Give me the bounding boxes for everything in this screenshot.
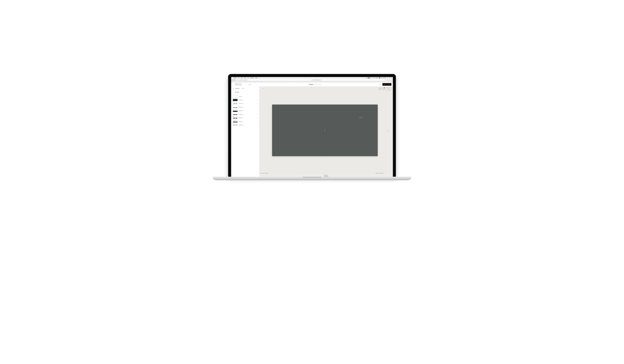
menubar-file[interactable]: File [237,77,240,78]
url-text: edit.artifactuprising.com [313,79,321,80]
page-thumb [233,120,238,123]
warning-count-badge: 1 [384,87,385,88]
plus-icon: + [233,88,234,89]
wifi-icon[interactable] [371,77,373,78]
spotlight-icon[interactable]: 🔍 [387,77,389,78]
battery-icon[interactable] [378,78,381,78]
cursor-pointer-icon [243,88,243,89]
new-tab-button[interactable]: ＋ [391,81,392,82]
page-thumb [233,102,238,105]
window-zoom-icon[interactable] [234,79,235,80]
laptop-base [213,177,411,180]
back-label: BACK [249,84,251,85]
siri-icon[interactable] [389,78,390,78]
menubar-window[interactable]: Window [250,77,255,78]
sidebar-mypages-label: My Pages [235,92,239,93]
notification-center-icon[interactable]: ☰ [390,77,392,78]
reload-icon[interactable]: ⟳ [385,79,385,80]
drag-handle-icon[interactable]: ☰ [257,124,258,126]
browser-toolbar: ‹ › ☰ ◐ 🔒 edit.artifactuprising.com ⟳ ⊕ … [231,79,393,81]
page-thumb [233,95,238,98]
sidebar-toggle-button[interactable]: ☰ [240,79,242,81]
page-label: SPREAD 1 [239,100,256,100]
page-thumb [233,124,238,126]
browser-tabstrip: ⊞ ＋ [231,81,393,82]
front-cover-label: FRONT COVER [376,173,383,174]
save-status: Saved • 1 minute ago [315,84,321,85]
display-icon[interactable]: 🖥 [373,77,375,78]
flag-icon[interactable]: 🇺🇸 [369,77,371,78]
nav-forward-button[interactable]: › [238,79,240,81]
nav-back-button[interactable]: ‹ [236,79,238,81]
page-item-spread-2[interactable]: SPREAD 2 ☰ [231,102,259,105]
menubar-edit[interactable]: Edit [240,77,243,78]
back-button[interactable]: ← BACK [247,84,251,85]
menubar-view[interactable]: View [243,77,247,78]
drag-handle-icon[interactable]: ☰ [257,110,258,111]
url-bar[interactable]: 🔒 edit.artifactuprising.com ⟳ [247,79,386,81]
drag-handle-icon[interactable]: ☰ [257,121,258,122]
drag-handle-icon[interactable]: ☰ [257,117,258,118]
page-thumb [233,117,238,119]
tab-grid-icon[interactable]: ⊞ [232,81,232,82]
page-item-spread-1[interactable]: SPREAD 1 ☰ [231,98,259,102]
sidebar-panel: + Customize − My Pages COVER [231,86,259,177]
dropbox-icon[interactable]: ⇪ [365,77,366,78]
page-item-spread-7[interactable]: SPREAD 7 ☰ [231,120,259,123]
window-close-icon[interactable] [232,79,233,80]
page-item-spread-8[interactable]: SPREAD 8 ☰ [231,123,259,127]
page-label: COVER [239,96,258,97]
next-page-button[interactable]: › [387,128,388,133]
more-menu-button[interactable]: • • • [379,84,381,85]
brand-line-1: ARTIFACT [235,83,242,84]
page-label: SPREAD 6 [239,117,256,118]
macos-menubar: Finder File Edit View Go Window Help ⇪ ▦… [231,77,393,79]
app-header: ARTIFACT UPRISING ← BACK Oregon Saved • … [231,82,393,86]
drag-handle-icon[interactable]: ☰ [257,114,258,115]
images-panel-tab[interactable]: IMAGES [259,174,393,177]
page-label: SPREAD 3 [239,107,256,107]
page-item-spread-3[interactable]: SPREAD 3 ☰ [231,105,259,109]
page-label: SPREAD 7 [239,121,256,122]
project-title[interactable]: Oregon [309,83,313,85]
add-to-cart-button[interactable]: ADD TO CART [382,83,391,86]
clock[interactable]: Fri 2:18 PM [381,77,387,78]
page-thumb [233,99,238,101]
page-item-spread-4[interactable]: SPREAD 4 ☰ [231,109,259,113]
window-minimize-icon[interactable] [233,79,234,80]
menubar-help[interactable]: Help [255,77,258,78]
sidebar-section-mypages[interactable]: − My Pages [231,90,259,94]
editor-canvas: edo 1 Preview [259,86,393,177]
adobe-icon[interactable]: A [368,77,369,78]
sidebar-customize-label: Customize [235,88,239,89]
page-list: COVER SPREAD 1 ☰ SPREAD 2 ☰ [231,94,259,177]
book-cover-preview[interactable]: 2020 Oregon [272,104,378,156]
brand-logo[interactable]: ARTIFACT UPRISING [231,82,246,86]
downloads-button[interactable]: ⊕ [386,79,388,81]
page-label: SPREAD 2 [239,103,256,104]
spine-year: 2020 [324,129,325,131]
menubar-app[interactable]: Finder [233,77,237,78]
page-item-spread-6[interactable]: SPREAD 6 ☰ [231,116,259,120]
page-item-spread-5[interactable]: SPREAD 5 ☰ [231,112,259,116]
page-thumb [233,113,238,115]
tabs-button[interactable]: ⧉ [391,79,392,81]
images-label: IMAGES [324,175,328,176]
sidebar-section-customize[interactable]: + Customize [231,86,259,90]
menubar-go[interactable]: Go [247,77,250,78]
page-item-cover[interactable]: COVER [231,95,259,98]
menu-extra-icon[interactable]: ▦ [366,77,368,78]
page-label: SPREAD 5 [239,114,256,115]
drag-handle-icon[interactable]: ☰ [257,103,258,104]
book-spine: 2020 [323,104,326,156]
arrow-left-icon: ← [247,84,248,85]
reader-button[interactable]: ◐ [245,79,247,81]
page-thumb [233,106,238,108]
front-cover-title[interactable]: Oregon [359,117,363,118]
battery-percent: 100% [375,77,378,78]
drag-handle-icon[interactable]: ☰ [257,106,258,108]
drag-handle-icon[interactable]: ☰ [257,99,258,101]
editor-app: ARTIFACT UPRISING ← BACK Oregon Saved • … [231,82,393,177]
page-thumb [233,109,238,112]
share-button[interactable]: ⇪ [389,79,390,81]
